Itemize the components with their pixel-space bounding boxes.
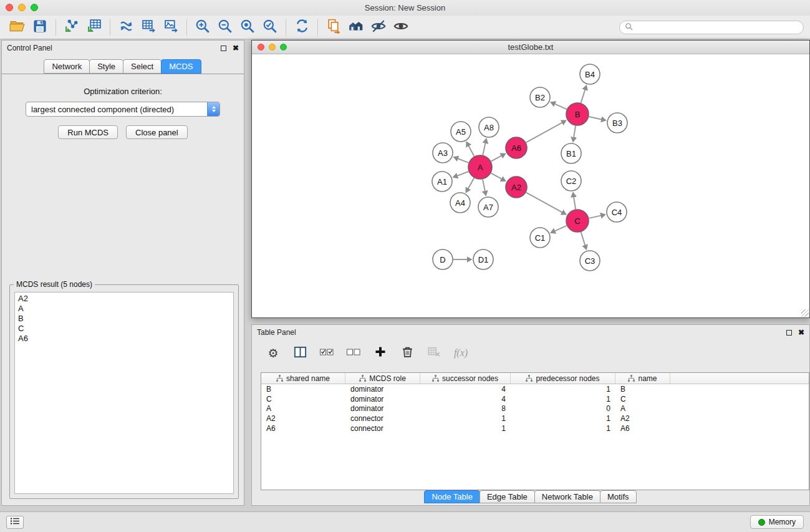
table-row[interactable]: A2connector11A2 <box>261 414 809 423</box>
clone-network-button[interactable] <box>322 17 345 37</box>
deselect-all-button[interactable] <box>346 345 361 361</box>
zoom-fit-button[interactable] <box>236 17 259 37</box>
column-header-name[interactable]: name <box>615 373 670 384</box>
cell-mcds-role[interactable]: dominator <box>345 385 420 394</box>
mcds-result-item[interactable]: C <box>18 324 230 334</box>
resize-grip[interactable] <box>801 309 809 317</box>
cell-successor-nodes[interactable]: 4 <box>420 395 511 404</box>
control-tab-mcds[interactable]: MCDS <box>161 59 201 74</box>
zoom-out-button[interactable] <box>214 17 236 37</box>
cell-mcds-role[interactable]: dominator <box>345 404 420 413</box>
cell-successor-nodes[interactable]: 1 <box>420 424 511 433</box>
cell-name[interactable]: A6 <box>615 424 670 433</box>
graph-edge-A-A5[interactable] <box>468 146 474 157</box>
network-window-titlebar[interactable]: testGlobe.txt <box>252 41 809 54</box>
cell-shared-name[interactable]: B <box>261 385 345 394</box>
optimization-criterion-dropdown[interactable]: largest connected component (directed) <box>26 102 220 117</box>
control-tab-style[interactable]: Style <box>89 59 123 74</box>
float-panel-icon[interactable] <box>221 46 226 51</box>
zoom-window-button[interactable] <box>31 4 38 11</box>
import-network-button[interactable] <box>60 17 83 37</box>
graph-node-B3[interactable]: B3 <box>607 113 627 133</box>
graph-node-A1[interactable]: A1 <box>432 172 452 191</box>
save-session-button[interactable] <box>29 17 51 37</box>
graph-edge-B-B4[interactable] <box>581 90 586 103</box>
column-header-mcds-role[interactable]: MCDS role <box>345 373 420 384</box>
graph-node-A3[interactable]: A3 <box>433 143 453 163</box>
mcds-result-item[interactable]: B <box>18 314 230 324</box>
minimize-window-button[interactable] <box>18 4 26 11</box>
close-table-panel-icon[interactable]: ✖ <box>798 329 804 336</box>
mcds-result-list[interactable]: A2ABCA6 <box>14 292 234 494</box>
hide-graphics-details-button[interactable] <box>367 17 390 37</box>
open-session-button[interactable] <box>6 17 29 37</box>
mcds-result-item[interactable]: A6 <box>18 334 230 344</box>
graph-node-B4[interactable]: B4 <box>580 64 600 84</box>
select-all-button[interactable] <box>319 345 334 361</box>
cell-predecessor-nodes[interactable]: 1 <box>511 385 615 394</box>
table-row[interactable]: Cdominator41C <box>261 394 809 404</box>
close-panel-icon[interactable]: ✖ <box>233 44 239 52</box>
graph-edge-C-C2[interactable] <box>574 197 576 210</box>
graph-edge-C-C3[interactable] <box>581 232 586 245</box>
table-tab-network-table[interactable]: Network Table <box>534 490 600 503</box>
table-row[interactable]: A6connector11A6 <box>261 423 809 433</box>
cell-name[interactable]: A2 <box>615 414 670 423</box>
mcds-result-item[interactable]: A <box>18 304 230 314</box>
table-tab-motifs[interactable]: Motifs <box>600 490 637 503</box>
close-window-button[interactable] <box>6 4 13 11</box>
close-panel-button[interactable]: Close panel <box>126 125 188 139</box>
cell-name[interactable]: A <box>615 404 670 413</box>
graph-edge-C-C1[interactable] <box>555 226 567 231</box>
zoom-network-window-button[interactable] <box>280 44 287 51</box>
control-tab-select[interactable]: Select <box>123 59 162 74</box>
network-canvas[interactable]: AA6A2BCA5A8A3A1A4A7B2B4B3B1C2C4C1C3DD1 <box>252 54 809 317</box>
zoom-in-button[interactable] <box>191 17 214 37</box>
close-network-window-button[interactable] <box>258 44 264 51</box>
graph-node-A6[interactable]: A6 <box>506 137 527 158</box>
table-settings-button[interactable]: ⚙ <box>266 345 281 361</box>
graph-node-C4[interactable]: C4 <box>607 202 627 222</box>
cell-predecessor-nodes[interactable]: 0 <box>511 404 615 413</box>
graph-node-B[interactable]: B <box>566 103 589 125</box>
graph-edge-B-B2[interactable] <box>555 104 567 110</box>
graph-node-C[interactable]: C <box>566 210 589 232</box>
graph-node-C3[interactable]: C3 <box>580 251 600 271</box>
column-header-shared-name[interactable]: shared name <box>261 373 345 384</box>
dropdown-stepper-icon[interactable] <box>207 102 219 116</box>
table-tab-node-table[interactable]: Node Table <box>424 490 480 503</box>
column-header-successor-nodes[interactable]: successor nodes <box>420 373 511 384</box>
graph-edge-A-A4[interactable] <box>468 178 474 188</box>
run-mcds-button[interactable]: Run MCDS <box>58 125 118 139</box>
graph-edge-A2-C[interactable] <box>526 193 562 213</box>
graph-node-A7[interactable]: A7 <box>478 197 498 217</box>
graph-node-A[interactable]: A <box>468 155 492 179</box>
search-input[interactable] <box>636 23 798 32</box>
function-builder-button[interactable]: f(x) <box>453 345 468 361</box>
cell-name[interactable]: C <box>615 395 670 404</box>
search-box[interactable] <box>619 21 804 34</box>
graph-edge-A6-B[interactable] <box>526 123 562 143</box>
add-column-button[interactable] <box>373 345 388 361</box>
graph-node-B2[interactable]: B2 <box>530 87 550 107</box>
cell-shared-name[interactable]: A <box>261 404 345 413</box>
column-header-predecessor-nodes[interactable]: predecessor nodes <box>511 373 615 384</box>
graph-node-A8[interactable]: A8 <box>479 117 499 137</box>
memory-button[interactable]: Memory <box>750 515 804 529</box>
graph-node-D[interactable]: D <box>433 249 453 269</box>
graph-node-D1[interactable]: D1 <box>473 249 493 269</box>
cell-predecessor-nodes[interactable]: 1 <box>511 414 615 423</box>
graph-node-B1[interactable]: B1 <box>561 143 581 163</box>
cell-shared-name[interactable]: A2 <box>261 414 345 423</box>
cell-successor-nodes[interactable]: 4 <box>420 385 511 394</box>
table-row[interactable]: Bdominator41B <box>261 384 809 394</box>
cell-predecessor-nodes[interactable]: 1 <box>511 424 615 433</box>
graph-node-A2[interactable]: A2 <box>506 177 527 198</box>
graph-edge-A-A6[interactable] <box>491 156 502 162</box>
import-table-button[interactable] <box>83 17 105 37</box>
graph-edge-A-A3[interactable] <box>458 158 468 163</box>
cell-successor-nodes[interactable]: 1 <box>420 414 511 423</box>
cell-successor-nodes[interactable]: 8 <box>420 404 511 413</box>
graph-edge-A-A8[interactable] <box>483 143 485 155</box>
delete-table-button[interactable] <box>427 345 441 361</box>
